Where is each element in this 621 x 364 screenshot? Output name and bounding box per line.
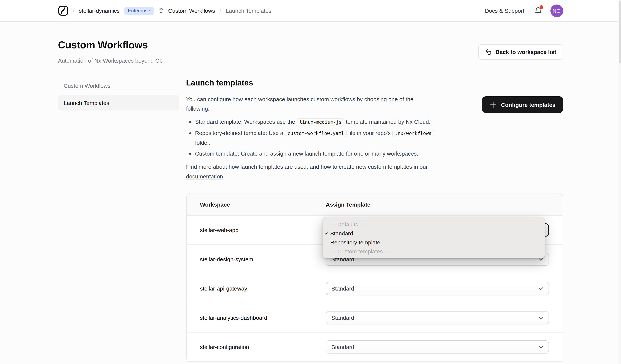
workspace-name: stellar-design-system [186, 256, 326, 262]
enterprise-badge: Enterprise [124, 7, 154, 15]
chevron-down-icon [538, 287, 543, 290]
back-button-label: Back to workspace list [496, 49, 556, 55]
chevron-down-icon [538, 316, 543, 319]
dropdown-group-defaults: --- Defaults --- [322, 220, 545, 229]
settings-sidebar: Custom Workflows Launch Templates [58, 78, 179, 112]
code-chip-nx-workflows: .nx/workflows [392, 130, 434, 137]
app-window: / stellar-dynamics Enterprise Custom Wor… [0, 0, 621, 364]
notifications-bell-icon[interactable] [534, 7, 542, 15]
code-chip-custom-workflow-yaml: custom-workflow.yaml [285, 130, 347, 137]
breadcrumb-page: Launch Templates [226, 7, 272, 14]
column-header-workspace: Workspace [186, 201, 326, 207]
dropdown-group-custom-templates: --- Custom templates --- [322, 247, 545, 256]
find-more-text: Find more about how launch templates are… [186, 162, 436, 181]
breadcrumb-separator: / [73, 7, 74, 15]
select-value: Standard [331, 285, 354, 292]
breadcrumb-separator: / [220, 7, 221, 15]
docs-support-link[interactable]: Docs & Support [485, 7, 524, 14]
page-title: Custom Workflows [58, 39, 162, 51]
check-icon: ✓ [325, 229, 329, 238]
configure-templates-button[interactable]: Configure templates [482, 96, 563, 113]
sidebar-item-custom-workflows[interactable]: Custom Workflows [58, 78, 179, 93]
window-scrollbar [618, 0, 621, 364]
table-row: stellar-configuration Standard [186, 332, 563, 362]
intro-text: You can configure how each workspace lau… [186, 95, 436, 113]
template-select[interactable]: Standard [326, 340, 549, 353]
back-to-workspace-list-button[interactable]: Back to workspace list [478, 44, 563, 60]
column-header-assign-template: Assign Template [326, 201, 563, 207]
plus-icon [490, 101, 497, 108]
notification-dot [539, 5, 543, 9]
breadcrumb-section[interactable]: Custom Workflows [168, 7, 215, 14]
dropdown-option-repository-template[interactable]: Repository template [322, 238, 545, 247]
workspace-name: stellar-web-app [186, 227, 326, 233]
dropdown-option-standard[interactable]: ✓ Standard [322, 229, 545, 238]
template-dropdown-menu: --- Defaults --- ✓ Standard Repository t… [322, 217, 545, 258]
scrollbar-thumb[interactable] [619, 1, 621, 63]
list-item: Repository-defined template: Use a custo… [195, 128, 448, 147]
nx-cloud-logo-icon[interactable] [58, 6, 68, 16]
list-item: Custom template: Create and assign a new… [195, 149, 448, 158]
chevron-down-icon [538, 346, 543, 348]
workspace-name: stellar-api-gateway [186, 285, 326, 292]
workspace-switcher-icon[interactable] [158, 7, 164, 15]
template-options-list: Standard template: Workspaces use the li… [195, 117, 448, 158]
section-heading: Launch templates [186, 78, 563, 87]
template-select[interactable]: Standard [326, 282, 549, 295]
workspace-name: stellar-configuration [186, 344, 326, 350]
page-subtitle: Automation of Nx Workspaces beyond CI. [58, 57, 162, 64]
table-row: stellar-analytics-dashboard Standard [186, 303, 563, 332]
configure-button-label: Configure templates [501, 101, 555, 108]
avatar[interactable]: NO [550, 4, 563, 17]
sidebar-item-launch-templates[interactable]: Launch Templates [58, 95, 179, 111]
select-value: Standard [331, 315, 354, 321]
template-select[interactable]: Standard [326, 311, 549, 324]
workspace-template-table: Workspace Assign Template stellar-web-ap… [186, 193, 563, 362]
table-header-row: Workspace Assign Template [186, 193, 563, 216]
breadcrumb-org[interactable]: stellar-dynamics [79, 7, 120, 14]
table-row: stellar-api-gateway Standard [186, 274, 563, 303]
documentation-link[interactable]: documentation [186, 173, 223, 180]
workspace-name: stellar-analytics-dashboard [186, 315, 326, 321]
code-chip-linux-medium-js[interactable]: linux-medium-js [297, 118, 344, 126]
list-item: Standard template: Workspaces use the li… [195, 117, 448, 127]
back-arrow-icon [485, 48, 492, 55]
top-nav: / stellar-dynamics Enterprise Custom Wor… [0, 0, 621, 22]
select-value: Standard [331, 344, 354, 350]
